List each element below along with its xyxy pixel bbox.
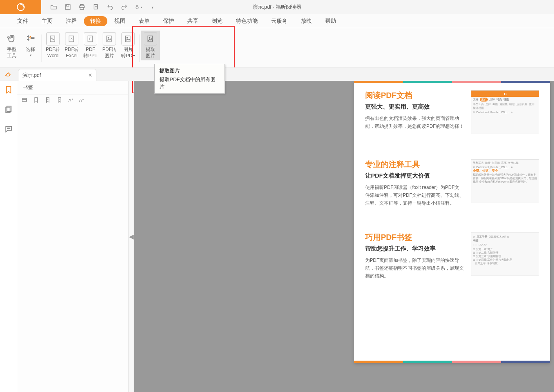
extract-image-button[interactable]: 提取 图片: [141, 31, 160, 60]
panel-collapse-handle[interactable]: ◀: [129, 81, 134, 392]
sec2-thumbnail: 手型工具缩放打字机高亮文件转换 ◇ Datasheet_Reader_CN.p.…: [471, 159, 539, 203]
pdf-page: 阅读PDF文档 更强大、更实用、更高效 拥有出色的文档渲染效果，强大的页面管理功…: [354, 81, 550, 363]
eraser-icon[interactable]: [0, 67, 16, 81]
menu-form[interactable]: 表单: [132, 15, 156, 27]
bm-add-bookmark-icon[interactable]: [45, 97, 51, 105]
menu-view[interactable]: 视图: [108, 15, 132, 27]
ribbon: 手型 工具 选择 ▾ W PDF转 Word X PDF转 Excel P PD…: [0, 28, 554, 67]
sec1-body: 拥有出色的文档渲染效果，强大的页面管理功能，帮助提升效率，是您阅读PDF的理想选…: [365, 114, 464, 130]
page-section-annotate: 专业的注释工具 让PDF文档发挥更大价值 使用福昕PDF阅读器（foxit re…: [354, 150, 550, 207]
redo-icon[interactable]: [120, 3, 128, 11]
menu-annotate[interactable]: 注释: [60, 15, 83, 27]
svg-point-18: [149, 37, 150, 38]
bm-font-larger-icon[interactable]: A+: [68, 98, 73, 103]
bm-bookmark-icon[interactable]: [33, 97, 39, 105]
bm-font-smaller-icon[interactable]: A−: [79, 98, 84, 103]
svg-rect-15: [125, 36, 130, 42]
title-bar: ▾ ▾ 演示.pdf - 福昕阅读器: [0, 0, 554, 14]
tab-close-icon[interactable]: ×: [89, 72, 92, 79]
bm-delete-bookmark-icon[interactable]: [56, 97, 63, 105]
undo-icon[interactable]: [106, 3, 114, 11]
tab-strip: 演示.pdf ×: [0, 67, 554, 81]
sec1-subtitle: 更强大、更实用、更高效: [365, 103, 464, 111]
separator: [42, 34, 42, 62]
menu-features[interactable]: 特色功能: [230, 15, 264, 27]
menu-help[interactable]: 帮助: [319, 15, 342, 27]
touch-mode-icon[interactable]: ▾: [134, 3, 142, 11]
tooltip-title: 提取图片: [159, 67, 220, 74]
menu-cloud[interactable]: 云服务: [265, 15, 294, 27]
sec3-body: 为PDF页面添加书签，除了实现内容的快速导航，书签还能指明不同书签的层级关系，展…: [365, 256, 464, 280]
svg-text:X: X: [71, 37, 73, 41]
main-area: 书签 A+ A− ◀ 阅读PDF文档 更强大、更实用、更高效 拥有出色的文档渲染…: [0, 81, 554, 392]
svg-point-22: [8, 128, 9, 128]
svg-rect-2: [67, 5, 69, 6]
bookmark-nav-icon[interactable]: [4, 85, 13, 96]
sec3-title: 巧用PDF书签: [365, 232, 464, 243]
foxit-logo-icon: [16, 2, 25, 12]
svg-text:W: W: [51, 37, 54, 41]
hand-tool-button[interactable]: 手型 工具: [2, 31, 21, 60]
app-logo: [0, 0, 41, 14]
svg-point-16: [127, 37, 128, 38]
svg-rect-17: [148, 36, 152, 42]
page-section-read: 阅读PDF文档 更强大、更实用、更高效 拥有出色的文档渲染效果，强大的页面管理功…: [354, 81, 550, 134]
sec2-body: 使用福昕PDF阅读器（foxit reader）为PDF文件添加注释，可对PDF…: [365, 183, 464, 207]
select-tool-button[interactable]: 选择 ▾: [21, 31, 40, 59]
svg-point-14: [108, 37, 109, 38]
new-doc-icon[interactable]: [92, 3, 100, 11]
menu-bar: 文件 主页 注释 转换 视图 表单 保护 共享 浏览 特色功能 云服务 放映 帮…: [0, 14, 554, 28]
sec2-title: 专业的注释工具: [365, 159, 464, 170]
menu-share[interactable]: 共享: [181, 15, 205, 27]
page-section-bookmark: 巧用PDF书签 帮助您提升工作、学习效率 为PDF页面添加书签，除了实现内容的快…: [354, 223, 550, 280]
menu-browse[interactable]: 浏览: [205, 15, 229, 27]
svg-point-21: [7, 128, 7, 128]
print-icon[interactable]: [78, 3, 86, 11]
svg-rect-13: [107, 36, 111, 42]
svg-point-23: [9, 128, 10, 128]
menu-slideshow[interactable]: 放映: [295, 15, 318, 27]
sec3-thumbnail: ◇ 员工手册_20120917.pdf × 书签 ▫ ▫ ▫ ▫ A⁺ A⁻ ⊞…: [471, 232, 539, 276]
bookmark-header: 书签: [17, 81, 128, 94]
bookmark-panel: 书签 A+ A−: [17, 81, 129, 392]
bookmark-toolbar: A+ A−: [17, 94, 128, 107]
bm-expand-icon[interactable]: [21, 97, 27, 105]
svg-rect-1: [65, 5, 70, 9]
pdf-to-image-button[interactable]: PDF转 图片: [100, 31, 119, 60]
comments-nav-icon[interactable]: [4, 125, 13, 135]
pdf-to-excel-button[interactable]: X PDF转 Excel: [62, 31, 81, 60]
sec1-thumbnail: ◐ 文件主页注释转换视图 手型工具选择截图剪贴板缩放适合页面重排旋转视图 ◇ D…: [471, 90, 539, 134]
svg-rect-5: [80, 4, 83, 6]
image-to-pdf-button[interactable]: 图片 转PDF: [119, 31, 138, 60]
svg-rect-24: [22, 98, 27, 102]
menu-protect[interactable]: 保护: [157, 15, 180, 27]
separator: [139, 34, 139, 62]
svg-text:P: P: [89, 37, 92, 41]
tab-filename: 演示.pdf: [22, 72, 41, 79]
navigation-sidebar: [0, 81, 17, 392]
page-bottom-stripe: [354, 361, 550, 363]
pdf-to-ppt-button[interactable]: P PDF 转PPT: [81, 31, 100, 60]
tooltip-desc: 提取PDF文档中的所有图片: [159, 76, 220, 90]
pdf-to-word-button[interactable]: W PDF转 Word: [43, 31, 62, 60]
sec2-subtitle: 让PDF文档发挥更大价值: [365, 172, 464, 180]
menu-file[interactable]: 文件: [11, 15, 34, 27]
save-icon[interactable]: [64, 3, 72, 11]
open-icon[interactable]: [50, 3, 58, 11]
menu-convert[interactable]: 转换: [84, 16, 107, 26]
sec1-title: 阅读PDF文档: [365, 90, 464, 101]
document-tab[interactable]: 演示.pdf ×: [18, 69, 96, 81]
customize-dropdown-icon[interactable]: ▾: [148, 3, 156, 11]
quick-access-toolbar: ▾ ▾: [41, 3, 156, 11]
pages-nav-icon[interactable]: [4, 105, 13, 115]
page-top-stripe: [354, 81, 550, 83]
menu-home[interactable]: 主页: [35, 15, 59, 27]
document-viewer[interactable]: 阅读PDF文档 更强大、更实用、更高效 拥有出色的文档渲染效果，强大的页面管理功…: [134, 81, 554, 392]
sec3-subtitle: 帮助您提升工作、学习效率: [365, 245, 464, 252]
tooltip: 提取图片 提取PDF文档中的所有图片: [154, 64, 225, 94]
window-title: 演示.pdf - 福昕阅读器: [253, 4, 301, 11]
